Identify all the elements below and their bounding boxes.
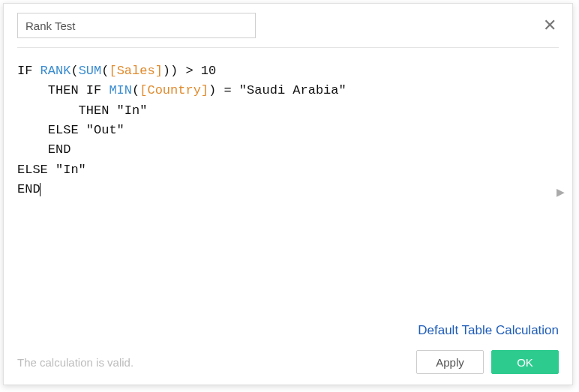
- formula-token: (: [132, 83, 140, 97]
- formula-token: END: [17, 142, 70, 157]
- formula-line: THEN "In": [17, 101, 559, 121]
- formula-token: )) > 10: [163, 64, 216, 78]
- dialog-header: ✕: [4, 4, 572, 47]
- formula-token: ELSE "In": [17, 163, 86, 177]
- apply-button[interactable]: Apply: [416, 350, 484, 374]
- expand-arrow-icon[interactable]: ▶: [554, 183, 568, 201]
- link-row: Default Table Calculation: [4, 323, 572, 344]
- ok-button[interactable]: OK: [491, 350, 559, 374]
- formula-token: IF: [17, 64, 40, 78]
- formula-token: ELSE "Out": [17, 123, 124, 137]
- formula-token: SUM: [79, 64, 102, 78]
- calculation-name-input[interactable]: [17, 13, 256, 38]
- formula-token: (: [101, 64, 109, 78]
- close-icon[interactable]: ✕: [541, 16, 559, 34]
- formula-line: THEN IF MIN([Country]) = "Saudi Arabia": [17, 81, 559, 100]
- formula-line: ELSE "In": [17, 160, 559, 180]
- formula-line: ELSE "Out": [17, 121, 559, 140]
- formula-line: END: [17, 180, 559, 199]
- formula-token: THEN IF: [17, 83, 109, 97]
- formula-editor-area[interactable]: IF RANK(SUM([Sales])) > 10 THEN IF MIN([…: [4, 48, 572, 323]
- formula-text[interactable]: IF RANK(SUM([Sales])) > 10 THEN IF MIN([…: [17, 61, 559, 199]
- calculation-editor-dialog: ✕ IF RANK(SUM([Sales])) > 10 THEN IF MIN…: [3, 3, 573, 385]
- dialog-footer: The calculation is valid. Apply OK: [4, 344, 572, 385]
- formula-token: ) = "Saudi Arabia": [208, 83, 346, 97]
- formula-token: [Sales]: [109, 64, 162, 78]
- formula-token: [Country]: [140, 83, 208, 97]
- formula-token: (: [70, 64, 78, 78]
- formula-token: END: [17, 182, 40, 196]
- formula-token: RANK: [40, 64, 71, 78]
- formula-token: MIN: [109, 83, 132, 97]
- formula-token: THEN "In": [17, 103, 147, 118]
- text-caret: [40, 183, 40, 196]
- validation-status: The calculation is valid.: [17, 356, 134, 369]
- default-table-calculation-link[interactable]: Default Table Calculation: [418, 323, 559, 337]
- formula-line: IF RANK(SUM([Sales])) > 10: [17, 61, 559, 81]
- formula-line: END: [17, 140, 559, 160]
